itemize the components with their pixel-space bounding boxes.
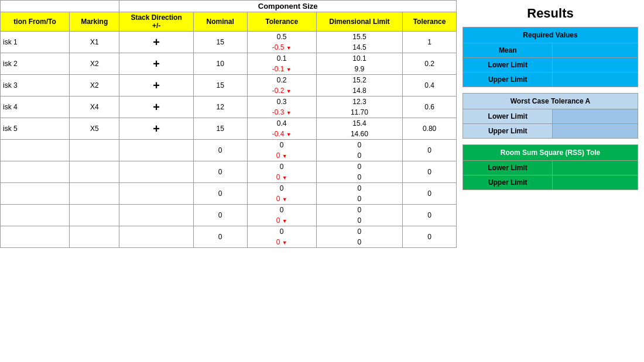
main-table: Component Size tion From/To Marking Stac… xyxy=(0,0,457,248)
table-row: 0000 xyxy=(1,161,457,173)
nominal-empty: 0 xyxy=(193,161,247,183)
yellow-header-row: tion From/To Marking Stack Direction+/- … xyxy=(1,12,457,32)
tolerance-lower: 0 ▼ xyxy=(247,194,316,205)
component-name-empty xyxy=(1,205,70,226)
mean-label: Mean xyxy=(463,43,553,58)
tolerance-lower: -0.5 ▼ xyxy=(247,42,316,53)
tolerance-upper: 0 xyxy=(247,140,316,151)
col7-header: Tolerance xyxy=(403,12,457,32)
table-row: 0000 xyxy=(1,140,457,151)
rss-lower-label: Lower Limit xyxy=(463,161,553,175)
table-body: isk 1X1+150.515.51-0.5 ▼14.5isk 2X2+100.… xyxy=(1,32,457,248)
nominal: 15 xyxy=(193,118,247,140)
table-row: isk 5X5+150.415.40.80 xyxy=(1,118,457,129)
col6-header: Dimensional Limit xyxy=(316,12,402,32)
dim-lower: 14.8 xyxy=(316,85,402,96)
lower-limit-label: Lower Limit xyxy=(463,58,553,73)
tolerance-upper: 0 xyxy=(247,226,316,237)
tolerance-value: 0.4 xyxy=(403,75,457,96)
marking-empty xyxy=(70,183,119,205)
rss-lower-value xyxy=(553,161,638,175)
mean-value xyxy=(553,43,638,58)
direction: + xyxy=(119,96,193,118)
worst-case-header-row: Worst Case Tolerance A xyxy=(463,94,638,109)
tolerance-value: 0.80 xyxy=(403,118,457,140)
upper-limit-value xyxy=(553,73,638,87)
dim-upper: 0 xyxy=(316,161,402,173)
col2-header: Marking xyxy=(70,12,119,32)
marking-empty xyxy=(70,140,119,161)
tolerance-lower: -0.1 ▼ xyxy=(247,64,316,75)
rss-table: Room Sum Square (RSS) Tole Lower Limit U… xyxy=(463,144,638,190)
rss-upper-value xyxy=(553,175,638,190)
tolerance-value: 0 xyxy=(403,226,457,248)
marking: X2 xyxy=(70,75,119,96)
dim-lower: 14.60 xyxy=(316,129,402,140)
wct-upper-value xyxy=(553,124,638,139)
tolerance-upper: 0 xyxy=(247,161,316,173)
direction-empty xyxy=(119,205,193,226)
tolerance-lower: -0.4 ▼ xyxy=(247,129,316,140)
upper-limit-row: Upper Limit xyxy=(463,73,638,87)
tolerance-lower: 0 ▼ xyxy=(247,237,316,248)
component-name: isk 3 xyxy=(1,75,70,96)
empty-top-left xyxy=(1,1,119,12)
component-name: isk 2 xyxy=(1,53,70,75)
tolerance-value: 0 xyxy=(403,140,457,161)
marking-empty xyxy=(70,205,119,226)
direction-empty xyxy=(119,226,193,248)
tolerance-value: 0 xyxy=(403,183,457,205)
component-name-empty xyxy=(1,226,70,248)
required-values-section: Required Values Mean Lower Limit Upper L… xyxy=(463,27,638,87)
direction: + xyxy=(119,53,193,75)
component-name: isk 5 xyxy=(1,118,70,140)
tolerance-upper: 0.5 xyxy=(247,32,316,43)
dim-lower: 0 xyxy=(316,172,402,183)
lower-limit-value xyxy=(553,58,638,73)
tolerance-value: 0 xyxy=(403,205,457,226)
tolerance-lower: 0 ▼ xyxy=(247,150,316,161)
tolerance-upper: 0.3 xyxy=(247,96,316,108)
tolerance-upper: 0.4 xyxy=(247,118,316,129)
tolerance-upper: 0 xyxy=(247,205,316,216)
upper-limit-label: Upper Limit xyxy=(463,73,553,87)
rss-section: Room Sum Square (RSS) Tole Lower Limit U… xyxy=(463,144,638,190)
direction: + xyxy=(119,118,193,140)
nominal: 15 xyxy=(193,32,247,53)
col4-header: Nominal xyxy=(193,12,247,32)
col3-header: Stack Direction+/- xyxy=(119,12,193,32)
dim-lower: 0 xyxy=(316,215,402,226)
required-values-header-row: Required Values xyxy=(463,27,638,43)
dim-upper: 0 xyxy=(316,140,402,151)
marking: X5 xyxy=(70,118,119,140)
tolerance-upper: 0.1 xyxy=(247,53,316,64)
tolerance-value: 0.6 xyxy=(403,96,457,118)
wct-upper-label: Upper Limit xyxy=(463,124,553,139)
dim-lower: 14.5 xyxy=(316,42,402,53)
worst-case-table: Worst Case Tolerance A Lower Limit Upper… xyxy=(463,93,638,139)
required-values-title: Required Values xyxy=(463,27,638,43)
dim-upper: 15.5 xyxy=(316,32,402,43)
dim-upper: 0 xyxy=(316,205,402,216)
component-name: isk 4 xyxy=(1,96,70,118)
dim-lower: 11.70 xyxy=(316,107,402,118)
table-row: 0000 xyxy=(1,205,457,216)
wct-lower-value xyxy=(553,109,638,124)
direction-empty xyxy=(119,183,193,205)
main-container: Component Size tion From/To Marking Stac… xyxy=(0,0,644,362)
comp-size-header-row: Component Size xyxy=(1,1,457,12)
component-name-empty xyxy=(1,161,70,183)
required-values-table: Required Values Mean Lower Limit Upper L… xyxy=(463,27,638,87)
tolerance-value: 1 xyxy=(403,32,457,53)
marking: X2 xyxy=(70,53,119,75)
dim-upper: 15.4 xyxy=(316,118,402,129)
tolerance-value: 0 xyxy=(403,161,457,183)
dim-lower: 0 xyxy=(316,194,402,205)
comp-size-header: Component Size xyxy=(119,1,457,12)
table-row: isk 3X2+150.215.20.4 xyxy=(1,75,457,86)
dim-upper: 12.3 xyxy=(316,96,402,108)
results-title: Results xyxy=(463,6,638,21)
table-row: 0000 xyxy=(1,226,457,237)
tolerance-upper: 0.2 xyxy=(247,75,316,86)
nominal-empty: 0 xyxy=(193,183,247,205)
